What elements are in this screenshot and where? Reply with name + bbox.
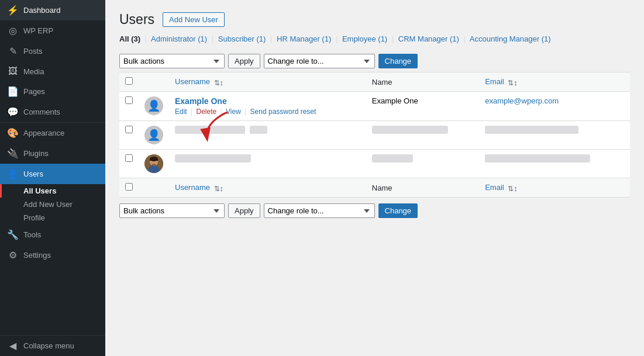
change-role-select-bottom[interactable]: Change role to... Administrator Subscrib… (264, 203, 375, 218)
sidebar-item-media[interactable]: 🖼 Media (0, 61, 105, 81)
email-col-label: Email (485, 77, 504, 86)
footer-email-col: Email ↕ (479, 178, 630, 198)
row-3-username-cell (169, 150, 366, 178)
collapse-label: Collapse menu (23, 341, 74, 350)
sidebar-item-posts[interactable]: ✎ Posts (0, 41, 105, 61)
wperp-icon: ◎ (7, 25, 19, 36)
email-col-label-footer: Email (485, 183, 504, 192)
row-1-username-cell: Example One Edit | Delete | View | Send … (169, 92, 366, 121)
sidebar-sub-all-users[interactable]: All Users (0, 184, 105, 198)
email-sort-icon-footer: ↕ (508, 184, 514, 192)
sidebar-sub-add-new-user[interactable]: Add New User (0, 198, 105, 211)
sidebar-sub-label: Add New User (23, 200, 73, 209)
row-1-actions: Edit | Delete | View | Send password res… (175, 108, 360, 116)
footer-username-col: Username ↕ (169, 178, 366, 198)
row-2-email-blurred (485, 126, 578, 134)
filter-all[interactable]: All (3) (119, 34, 140, 43)
collapse-menu-button[interactable]: ◀ Collapse menu (0, 335, 105, 356)
row-1-delete-link[interactable]: Delete (197, 108, 217, 116)
row-1-name: Example One (372, 96, 418, 105)
name-col-label-footer: Name (372, 184, 392, 192)
sidebar-item-label: Dashboard (23, 6, 61, 15)
sidebar-item-appearance[interactable]: 🎨 Appearance (0, 123, 105, 143)
footer-avatar-col (139, 178, 169, 198)
users-icon: 👤 (7, 168, 19, 179)
sidebar-item-dashboard[interactable]: ⚡ Dashboard (0, 0, 105, 20)
username-sort-icon-footer: ↕ (214, 184, 220, 192)
select-all-checkbox-bottom[interactable] (125, 183, 133, 191)
sidebar-item-wperp[interactable]: ◎ WP ERP (0, 20, 105, 41)
toolbar-top: Bulk actions Delete Apply Change role to… (119, 50, 630, 72)
tools-icon: 🔧 (7, 229, 19, 240)
row-3-email-blurred (485, 154, 590, 163)
row-2-username-cell (169, 121, 366, 150)
sidebar-item-label: Comments (23, 108, 60, 116)
email-sort-link[interactable]: Email ↕ (485, 77, 514, 86)
avatar: 👤 (144, 126, 163, 144)
filter-employee[interactable]: Employee (1) (342, 34, 387, 43)
row-1-name-cell: Example One (366, 92, 479, 121)
sidebar-sub-profile[interactable]: Profile (0, 211, 105, 224)
username-sort-link[interactable]: Username ↕ (175, 77, 220, 86)
row-1-email-link[interactable]: example@wperp.com (485, 96, 559, 105)
row-3-checkbox-cell (119, 150, 139, 178)
media-icon: 🖼 (7, 66, 19, 77)
change-button-bottom[interactable]: Change (378, 203, 418, 218)
email-sort-icon: ↕ (508, 78, 514, 87)
header-avatar-col (139, 72, 169, 92)
table-footer-row: Username ↕ Name Email ↕ (119, 178, 630, 198)
posts-icon: ✎ (7, 46, 19, 57)
row-1-checkbox-cell (119, 92, 139, 121)
sidebar-item-label: Posts (23, 47, 43, 56)
footer-checkbox-col (119, 178, 139, 198)
filter-subscriber[interactable]: Subscriber (1) (218, 34, 266, 43)
bulk-actions-select-bottom[interactable]: Bulk actions Delete (119, 203, 225, 218)
email-sort-link-bottom[interactable]: Email ↕ (485, 183, 514, 192)
filter-crm-manager[interactable]: CRM Manager (1) (398, 34, 459, 43)
row-3-checkbox[interactable] (125, 154, 133, 162)
bulk-actions-select-top[interactable]: Bulk actions Delete (119, 54, 225, 68)
row-3-name-cell (366, 150, 479, 178)
header-checkbox-col (119, 72, 139, 92)
table-row (119, 150, 630, 178)
header-username-col: Username ↕ (169, 72, 366, 92)
main-content: Users Add New User All (3) | Administrat… (105, 0, 644, 356)
row-1-send-password-link[interactable]: Send password reset (250, 108, 316, 116)
row-3-avatar-cell (139, 150, 169, 178)
change-button-top[interactable]: Change (378, 54, 418, 68)
sidebar-item-pages[interactable]: 📄 Pages (0, 81, 105, 102)
apply-button-bottom[interactable]: Apply (228, 203, 260, 218)
filter-administrator[interactable]: Administrator (1) (151, 34, 207, 43)
username-sort-link-bottom[interactable]: Username ↕ (175, 183, 220, 192)
sidebar-item-label: Tools (23, 230, 41, 239)
add-new-user-button[interactable]: Add New User (163, 12, 225, 27)
appearance-icon: 🎨 (7, 127, 19, 139)
row-1-checkbox[interactable] (125, 96, 133, 104)
apply-button-top[interactable]: Apply (228, 54, 260, 68)
row-1-edit-link[interactable]: Edit (175, 108, 187, 116)
settings-icon: ⚙ (7, 250, 19, 261)
sidebar-item-label: Pages (23, 87, 45, 96)
page-header: Users Add New User (119, 12, 630, 27)
users-table: Username ↕ Name Email ↕ (119, 72, 630, 198)
row-1-username-link[interactable]: Example One (175, 96, 227, 106)
sidebar-item-tools[interactable]: 🔧 Tools (0, 224, 105, 245)
sidebar-item-comments[interactable]: 💬 Comments (0, 102, 105, 122)
sidebar-item-label: Plugins (23, 149, 49, 158)
sidebar-item-label: WP ERP (23, 26, 53, 35)
row-2-username-blurred (175, 126, 245, 134)
select-all-checkbox[interactable] (125, 77, 133, 85)
row-1-view-link[interactable]: View (226, 108, 241, 116)
page-title: Users (119, 12, 154, 27)
filter-accounting-manager[interactable]: Accounting Manager (1) (470, 34, 551, 43)
sidebar-item-plugins[interactable]: 🔌 Plugins (0, 143, 105, 164)
sidebar-item-label: Users (23, 170, 43, 178)
sidebar-item-users[interactable]: 👤 Users (0, 164, 105, 184)
filter-hr-manager[interactable]: HR Manager (1) (277, 34, 331, 43)
row-2-checkbox[interactable] (125, 126, 133, 133)
sidebar-item-settings[interactable]: ⚙ Settings (0, 245, 105, 265)
sidebar-sub-label: All Users (23, 186, 56, 195)
change-role-select-top[interactable]: Change role to... Administrator Subscrib… (264, 54, 375, 68)
row-3-username-blurred (175, 154, 251, 163)
sidebar: ⚡ Dashboard ◎ WP ERP ✎ Posts 🖼 Media 📄 P… (0, 0, 105, 356)
